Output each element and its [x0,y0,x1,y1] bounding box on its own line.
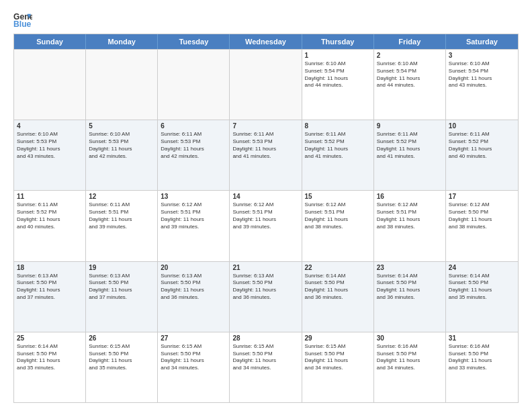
header-day-sunday: Sunday [14,34,86,49]
day-number: 7 [232,122,298,130]
day-cell-30: 30Sunrise: 6:16 AM Sunset: 5:50 PM Dayli… [374,332,446,402]
day-number: 24 [449,264,515,271]
logo: General Blue [13,11,32,30]
day-number: 17 [449,193,515,200]
day-number: 9 [377,122,443,130]
cell-info: Sunrise: 6:12 AM Sunset: 5:51 PM Dayligh… [232,201,298,230]
day-number: 22 [305,264,371,271]
cell-info: Sunrise: 6:15 AM Sunset: 5:50 PM Dayligh… [161,343,226,372]
day-number: 23 [377,264,443,271]
week-row-5: 25Sunrise: 6:14 AM Sunset: 5:50 PM Dayli… [14,332,518,402]
day-number: 26 [89,334,154,342]
header-day-tuesday: Tuesday [158,34,230,49]
day-cell-12: 12Sunrise: 6:11 AM Sunset: 5:51 PM Dayli… [86,191,158,261]
cell-info: Sunrise: 6:12 AM Sunset: 5:51 PM Dayligh… [305,201,371,230]
day-number: 27 [161,334,226,342]
day-number: 6 [161,122,226,130]
cell-info: Sunrise: 6:11 AM Sunset: 5:52 PM Dayligh… [17,201,83,230]
header-day-thursday: Thursday [302,34,374,49]
day-number: 25 [17,334,83,342]
day-cell-6: 6Sunrise: 6:11 AM Sunset: 5:53 PM Daylig… [158,120,230,190]
header-day-wednesday: Wednesday [230,34,302,49]
empty-cell [86,50,158,120]
day-number: 1 [305,52,371,59]
day-number: 16 [377,193,443,200]
day-number: 20 [161,264,226,271]
day-number: 19 [89,264,154,271]
day-number: 14 [232,193,298,200]
day-cell-24: 24Sunrise: 6:14 AM Sunset: 5:50 PM Dayli… [446,262,518,332]
cell-info: Sunrise: 6:13 AM Sunset: 5:50 PM Dayligh… [17,273,83,302]
day-cell-21: 21Sunrise: 6:13 AM Sunset: 5:50 PM Dayli… [230,262,302,332]
day-cell-18: 18Sunrise: 6:13 AM Sunset: 5:50 PM Dayli… [14,262,86,332]
cell-info: Sunrise: 6:11 AM Sunset: 5:53 PM Dayligh… [232,131,298,160]
day-number: 21 [232,264,298,271]
cell-info: Sunrise: 6:10 AM Sunset: 5:53 PM Dayligh… [17,131,83,160]
cell-info: Sunrise: 6:14 AM Sunset: 5:50 PM Dayligh… [305,273,371,302]
day-cell-23: 23Sunrise: 6:14 AM Sunset: 5:50 PM Dayli… [374,262,446,332]
day-number: 8 [305,122,371,130]
day-cell-5: 5Sunrise: 6:10 AM Sunset: 5:53 PM Daylig… [86,120,158,190]
cell-info: Sunrise: 6:13 AM Sunset: 5:50 PM Dayligh… [161,273,226,302]
day-cell-4: 4Sunrise: 6:10 AM Sunset: 5:53 PM Daylig… [14,120,86,190]
day-number: 29 [305,334,371,342]
cell-info: Sunrise: 6:13 AM Sunset: 5:50 PM Dayligh… [232,273,298,302]
day-cell-27: 27Sunrise: 6:15 AM Sunset: 5:50 PM Dayli… [158,332,230,402]
day-number: 31 [449,334,515,342]
calendar-body: 1Sunrise: 6:10 AM Sunset: 5:54 PM Daylig… [14,49,518,402]
cell-info: Sunrise: 6:11 AM Sunset: 5:52 PM Dayligh… [449,131,515,160]
cell-info: Sunrise: 6:14 AM Sunset: 5:50 PM Dayligh… [449,273,515,302]
cell-info: Sunrise: 6:10 AM Sunset: 5:54 PM Dayligh… [377,60,443,89]
header-day-monday: Monday [86,34,158,49]
day-cell-2: 2Sunrise: 6:10 AM Sunset: 5:54 PM Daylig… [374,50,446,120]
day-cell-1: 1Sunrise: 6:10 AM Sunset: 5:54 PM Daylig… [302,50,374,120]
day-cell-17: 17Sunrise: 6:12 AM Sunset: 5:50 PM Dayli… [446,191,518,261]
day-number: 15 [305,193,371,200]
day-cell-3: 3Sunrise: 6:10 AM Sunset: 5:54 PM Daylig… [446,50,518,120]
cell-info: Sunrise: 6:12 AM Sunset: 5:51 PM Dayligh… [377,201,443,230]
day-number: 12 [89,193,154,200]
cell-info: Sunrise: 6:15 AM Sunset: 5:50 PM Dayligh… [232,343,298,372]
calendar-header-row: SundayMondayTuesdayWednesdayThursdayFrid… [14,34,518,49]
day-number: 18 [17,264,83,271]
day-cell-8: 8Sunrise: 6:11 AM Sunset: 5:52 PM Daylig… [302,120,374,190]
cell-info: Sunrise: 6:12 AM Sunset: 5:51 PM Dayligh… [161,201,226,230]
day-number: 13 [161,193,226,200]
cell-info: Sunrise: 6:14 AM Sunset: 5:50 PM Dayligh… [17,343,83,372]
day-number: 5 [89,122,154,130]
cell-info: Sunrise: 6:14 AM Sunset: 5:50 PM Dayligh… [377,273,443,302]
header-day-friday: Friday [374,34,446,49]
empty-cell [158,50,230,120]
day-cell-31: 31Sunrise: 6:16 AM Sunset: 5:50 PM Dayli… [446,332,518,402]
cell-info: Sunrise: 6:16 AM Sunset: 5:50 PM Dayligh… [377,343,443,372]
week-row-1: 1Sunrise: 6:10 AM Sunset: 5:54 PM Daylig… [14,49,518,120]
day-cell-14: 14Sunrise: 6:12 AM Sunset: 5:51 PM Dayli… [230,191,302,261]
day-cell-15: 15Sunrise: 6:12 AM Sunset: 5:51 PM Dayli… [302,191,374,261]
cell-info: Sunrise: 6:11 AM Sunset: 5:53 PM Dayligh… [161,131,226,160]
week-row-3: 11Sunrise: 6:11 AM Sunset: 5:52 PM Dayli… [14,190,518,261]
cell-info: Sunrise: 6:10 AM Sunset: 5:54 PM Dayligh… [449,60,515,89]
day-number: 3 [449,52,515,59]
day-number: 28 [232,334,298,342]
empty-cell [14,50,86,120]
day-cell-19: 19Sunrise: 6:13 AM Sunset: 5:50 PM Dayli… [86,262,158,332]
cell-info: Sunrise: 6:10 AM Sunset: 5:54 PM Dayligh… [305,60,371,89]
svg-text:Blue: Blue [13,19,32,29]
day-cell-13: 13Sunrise: 6:12 AM Sunset: 5:51 PM Dayli… [158,191,230,261]
cell-info: Sunrise: 6:11 AM Sunset: 5:52 PM Dayligh… [377,131,443,160]
cell-info: Sunrise: 6:16 AM Sunset: 5:50 PM Dayligh… [449,343,515,372]
cell-info: Sunrise: 6:13 AM Sunset: 5:50 PM Dayligh… [89,273,154,302]
week-row-2: 4Sunrise: 6:10 AM Sunset: 5:53 PM Daylig… [14,120,518,190]
day-cell-29: 29Sunrise: 6:15 AM Sunset: 5:50 PM Dayli… [302,332,374,402]
day-cell-22: 22Sunrise: 6:14 AM Sunset: 5:50 PM Dayli… [302,262,374,332]
cell-info: Sunrise: 6:11 AM Sunset: 5:52 PM Dayligh… [305,131,371,160]
day-cell-11: 11Sunrise: 6:11 AM Sunset: 5:52 PM Dayli… [14,191,86,261]
empty-cell [230,50,302,120]
header-day-saturday: Saturday [446,34,518,49]
day-number: 10 [449,122,515,130]
day-cell-9: 9Sunrise: 6:11 AM Sunset: 5:52 PM Daylig… [374,120,446,190]
day-cell-25: 25Sunrise: 6:14 AM Sunset: 5:50 PM Dayli… [14,332,86,402]
day-cell-20: 20Sunrise: 6:13 AM Sunset: 5:50 PM Dayli… [158,262,230,332]
day-number: 11 [17,193,83,200]
header: General Blue [13,11,519,30]
